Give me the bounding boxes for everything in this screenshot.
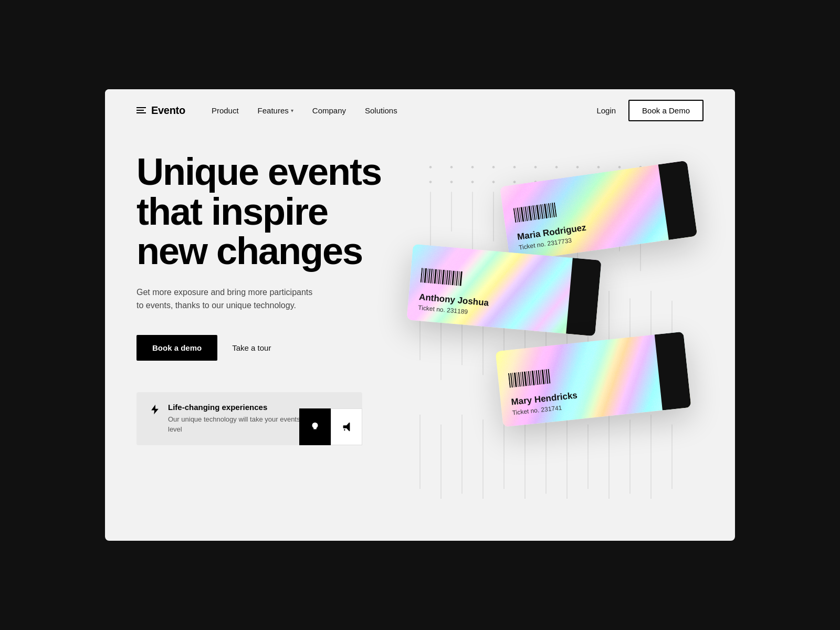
feature-bulb-icon — [299, 408, 331, 445]
lightning-icon — [149, 404, 161, 415]
svg-rect-87 — [424, 268, 427, 283]
svg-rect-89 — [428, 268, 430, 283]
svg-rect-95 — [440, 269, 442, 284]
svg-rect-115 — [527, 371, 529, 386]
ticket-1: Maria Rodriguez Ticket no. 2317733 — [500, 161, 698, 262]
hero-buttons: Book a demo Take a tour — [136, 335, 399, 361]
svg-rect-117 — [530, 371, 532, 385]
feature-megaphone-icon — [331, 408, 362, 445]
ticket-2-strip — [566, 258, 601, 336]
svg-rect-118 — [532, 371, 535, 385]
svg-rect-107 — [510, 373, 513, 387]
login-button[interactable]: Login — [596, 106, 616, 115]
hero-left: Unique events that inspire new changes G… — [136, 152, 399, 499]
svg-rect-104 — [458, 271, 459, 286]
svg-rect-110 — [517, 372, 519, 387]
svg-rect-98 — [446, 270, 448, 285]
logo-text: Evento — [151, 104, 185, 117]
hero-section: Unique events that inspire new changes G… — [105, 131, 735, 530]
svg-rect-124 — [544, 370, 547, 384]
hero-right: Maria Rodriguez Ticket no. 2317733 — [399, 152, 704, 499]
ticket-3: Mary Hendricks Ticket no. 231741 — [495, 332, 691, 427]
svg-rect-94 — [438, 269, 440, 284]
svg-rect-88 — [427, 268, 428, 283]
book-demo-button[interactable]: Book a Demo — [628, 100, 704, 121]
chevron-down-icon: ▾ — [291, 108, 293, 113]
svg-rect-97 — [444, 270, 446, 285]
svg-rect-121 — [538, 370, 541, 385]
hero-subtitle: Get more exposure and bring more partici… — [136, 286, 315, 312]
svg-rect-126 — [548, 369, 550, 384]
svg-rect-119 — [534, 371, 537, 385]
tickets-area: Maria Rodriguez Ticket no. 2317733 — [399, 152, 704, 499]
nav-links: Product Features ▾ Company Solutions — [212, 106, 597, 115]
hero-title: Unique events that inspire new changes — [136, 152, 399, 271]
nav-product[interactable]: Product — [212, 106, 239, 115]
svg-rect-105 — [459, 271, 462, 286]
svg-rect-96 — [442, 270, 444, 285]
svg-rect-122 — [540, 370, 542, 384]
logo[interactable]: Evento — [136, 104, 185, 117]
browser-window: Evento Product Features ▾ Company Soluti… — [105, 89, 735, 541]
svg-rect-114 — [524, 371, 527, 386]
logo-icon — [136, 107, 146, 113]
feature-card: Life-changing experiences Our unique tec… — [136, 392, 362, 445]
svg-rect-113 — [522, 372, 524, 386]
nav-actions: Login Book a Demo — [596, 100, 704, 121]
svg-rect-123 — [542, 370, 545, 384]
svg-rect-86 — [423, 268, 424, 283]
nav-solutions[interactable]: Solutions — [365, 106, 397, 115]
svg-rect-99 — [448, 270, 450, 285]
book-demo-hero-button[interactable]: Book a demo — [136, 335, 217, 361]
take-tour-button[interactable]: Take a tour — [232, 343, 271, 352]
feature-icons-row — [299, 408, 362, 445]
svg-point-0 — [314, 424, 316, 426]
ticket-2: Anthony Joshua Ticket no. 231189 — [406, 244, 601, 337]
svg-rect-108 — [512, 373, 514, 387]
svg-rect-111 — [518, 372, 521, 387]
svg-rect-116 — [528, 371, 531, 386]
svg-rect-101 — [452, 270, 454, 285]
svg-rect-91 — [433, 269, 434, 284]
svg-rect-100 — [450, 270, 452, 285]
navbar: Evento Product Features ▾ Company Soluti… — [105, 89, 735, 131]
svg-rect-112 — [520, 372, 522, 386]
svg-rect-93 — [437, 269, 438, 284]
svg-rect-120 — [536, 370, 539, 385]
svg-rect-90 — [430, 269, 433, 284]
svg-rect-103 — [456, 271, 458, 286]
svg-rect-92 — [434, 269, 437, 284]
nav-features[interactable]: Features ▾ — [258, 106, 293, 115]
svg-rect-109 — [514, 372, 517, 387]
svg-rect-102 — [454, 271, 456, 286]
nav-company[interactable]: Company — [312, 106, 346, 115]
svg-rect-125 — [546, 369, 549, 384]
